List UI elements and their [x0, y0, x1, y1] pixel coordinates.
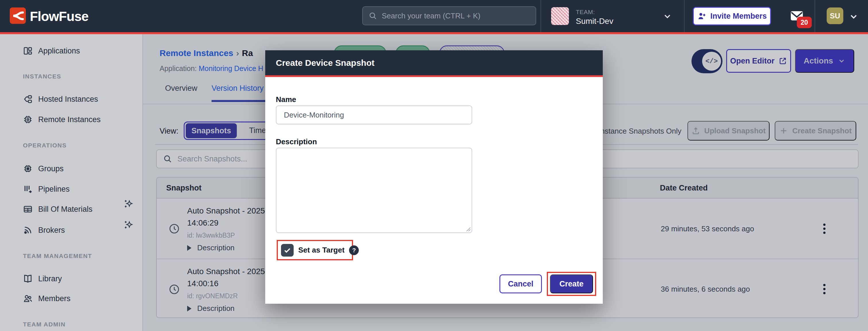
accent-red-strip: [0, 32, 868, 34]
invite-members-button[interactable]: Invite Members: [693, 7, 771, 25]
team-search-input[interactable]: [382, 11, 530, 20]
team-search-box[interactable]: [362, 6, 536, 25]
search-icon: [369, 11, 377, 20]
navbar-divider: [540, 0, 541, 32]
top-navbar: FlowFuse TEAM: Sumit-Dev Invite Members …: [0, 0, 868, 32]
invite-members-label: Invite Members: [710, 12, 767, 21]
user-avatar[interactable]: SU: [827, 7, 843, 24]
modal-title: Create Device Snapshot: [276, 58, 374, 68]
logo-wordmark: FlowFuse: [30, 9, 88, 24]
check-icon: [283, 246, 291, 254]
modal-header: Create Device Snapshot: [265, 50, 603, 75]
set-as-target-label: Set as Target: [298, 246, 344, 254]
create-button[interactable]: Create: [550, 274, 593, 293]
create-device-snapshot-modal: Create Device Snapshot Name Description …: [265, 50, 603, 304]
navbar-divider: [684, 0, 685, 32]
user-plus-icon: [697, 11, 706, 21]
team-name: Sumit-Dev: [576, 17, 613, 26]
flowfuse-logo-icon[interactable]: [10, 7, 26, 24]
team-avatar[interactable]: [551, 7, 569, 25]
navbar-divider: [815, 0, 815, 32]
annotation-highlight-set-as-target: Set as Target ?: [277, 240, 353, 260]
description-label: Description: [276, 137, 317, 146]
help-icon[interactable]: ?: [349, 245, 359, 255]
annotation-highlight-create: Create: [547, 272, 596, 296]
name-field[interactable]: [276, 106, 472, 125]
name-label: Name: [276, 95, 296, 104]
modal-accent-bar: [265, 75, 603, 77]
notification-count-badge: 20: [797, 17, 812, 28]
set-as-target-checkbox[interactable]: [281, 244, 293, 256]
description-field[interactable]: [276, 148, 472, 233]
app-screen: FlowFuse TEAM: Sumit-Dev Invite Members …: [0, 0, 868, 331]
user-menu-chevron-icon[interactable]: [848, 11, 859, 23]
team-label: TEAM:: [576, 9, 595, 16]
team-switcher-chevron-icon[interactable]: [662, 11, 672, 22]
cancel-button[interactable]: Cancel: [499, 274, 542, 293]
